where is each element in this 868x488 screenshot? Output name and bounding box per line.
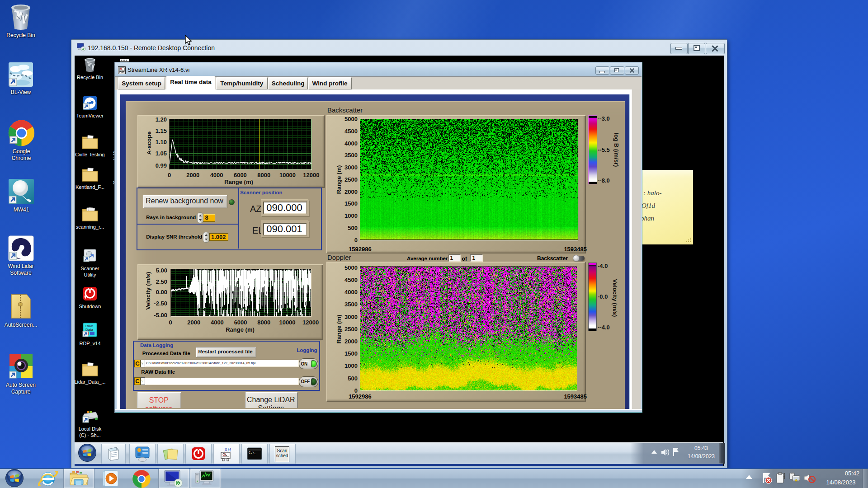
svg-text:XR: XR	[224, 447, 231, 452]
svg-text:!: !	[796, 479, 796, 481]
svg-text:C:\_: C:\_	[249, 451, 257, 455]
